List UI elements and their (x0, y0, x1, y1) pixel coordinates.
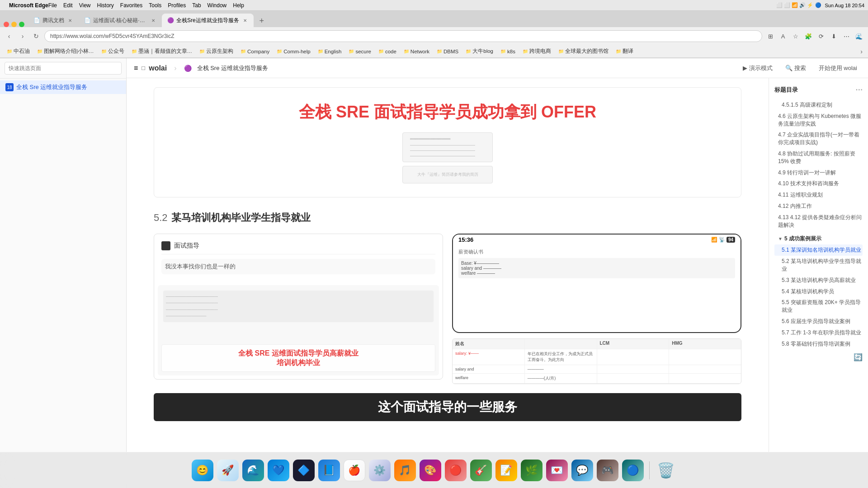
menu-tab[interactable]: Tab (192, 2, 201, 9)
bookmarks-more[interactable]: › (859, 48, 864, 55)
bookmark-english[interactable]: English (315, 47, 345, 56)
toc-section-5[interactable]: ▼ 5 成功案例展示 (774, 232, 863, 244)
address-bar[interactable]: https://www.wolai.com/wF5D5cvr4SYAmE3NGr… (44, 30, 762, 42)
back-button[interactable]: ‹ (4, 31, 14, 42)
bookmark-dbms[interactable]: DBMS (434, 47, 462, 56)
toc-item-411[interactable]: 4.11 运维职业规划 (774, 189, 863, 201)
tab3-close[interactable]: ✕ (242, 17, 248, 23)
bookmark-code[interactable]: code (375, 47, 400, 56)
bookmark-wangluo[interactable]: 图解网络介绍|小林… (34, 47, 97, 56)
toc-more[interactable]: ⋯ (855, 85, 863, 94)
bookmark-zhongshy[interactable]: 中石油 (4, 47, 33, 56)
toc-item-53[interactable]: 5.3 某达培训机构学员高薪就业 (774, 275, 863, 286)
dock-app16[interactable]: 💬 (571, 460, 593, 481)
menu-edit[interactable]: Edit (63, 2, 73, 9)
tab1-close[interactable]: ✕ (67, 17, 73, 23)
dock-app17[interactable]: 🎮 (597, 460, 618, 481)
sidebar-search-input[interactable] (5, 62, 122, 75)
toc-item-54[interactable]: 5.4 某核培训机构学员 (774, 286, 863, 297)
dock-app14[interactable]: 🌿 (521, 460, 542, 481)
search-button[interactable]: 🔍 搜索 (782, 62, 810, 74)
toc-item-413[interactable]: 4.13 4.12 提供各类疑难杂症分析问题解决 (774, 212, 863, 231)
dock-app12[interactable]: 🎸 (470, 460, 492, 481)
bookmark-blog[interactable]: 大牛blog (462, 47, 496, 56)
toc-item-412[interactable]: 4.12 内推工作 (774, 201, 863, 212)
bookmark-mohan[interactable]: 墨涵｜看颠值的文章… (128, 47, 196, 56)
toc-item-51[interactable]: 5.1 某深训知名培训机构学员就业 (774, 244, 863, 256)
immersive-reader-button[interactable]: A (778, 31, 788, 42)
toc-item-49[interactable]: 4.9 转行培训一对一讲解 (774, 167, 863, 178)
toc-item-48[interactable]: 4.8 协助过试用期服务: 按照薪资 15% 收费 (774, 148, 863, 167)
bookmark-translate[interactable]: 翻译 (613, 47, 637, 56)
dock-app13[interactable]: 📝 (495, 460, 517, 481)
menu-view[interactable]: View (79, 2, 91, 9)
menu-window[interactable]: Window (208, 2, 227, 9)
menu-file[interactable]: File (48, 2, 57, 9)
menu-toggle[interactable]: ≡ (134, 64, 138, 72)
toc-item-410[interactable]: 4.10 技术支持和咨询服务 (774, 178, 863, 189)
settings-button[interactable]: ⋯ (841, 31, 852, 42)
bookmark-company[interactable]: Company (237, 47, 273, 56)
dock-app18[interactable]: 🔵 (622, 460, 644, 481)
menu-profiles[interactable]: Profiles (168, 2, 186, 9)
bookmark-secure[interactable]: secure (345, 47, 374, 56)
forward-button[interactable]: › (17, 31, 28, 42)
bookmark-kuajing[interactable]: 跨境电商 (519, 47, 554, 56)
bookmark-k8s[interactable]: k8s (497, 47, 519, 56)
collections-button[interactable]: ⊞ (765, 31, 776, 42)
dock-vscode[interactable]: 💙 (268, 460, 289, 481)
edge-icon[interactable]: 🌊 (854, 31, 864, 42)
toc-item-57[interactable]: 5.7 工作 1-3 年在职学员指导就业 (774, 327, 863, 338)
start-wolai-button[interactable]: 开始使用 wolai (815, 62, 861, 74)
bookmark-commhelp[interactable]: Comm-help (274, 47, 313, 56)
dock-app9[interactable]: 🎵 (394, 460, 416, 481)
minimize-button[interactable] (11, 22, 17, 27)
favorites-button[interactable]: ☆ (790, 31, 801, 42)
bookmark-gongzhong[interactable]: 公众号 (98, 47, 127, 56)
menu-help[interactable]: Help (233, 2, 244, 9)
dock-app6[interactable]: 📘 (318, 460, 340, 481)
new-tab-button[interactable]: + (255, 14, 268, 27)
toc-item-46[interactable]: 4.6 云原生架构与 Kubernetes 微服务流量治理实践 (774, 111, 863, 130)
dock-app8[interactable]: ⚙️ (369, 460, 391, 481)
toc-refresh-icon[interactable]: 🔄 (854, 353, 863, 361)
toc-item-55[interactable]: 5.5 突破薪资瓶颈 20K+ 学员指导就业 (774, 297, 863, 316)
sidebar-item-main[interactable]: 18 全栈 Sre 运维就业指导服务 (0, 80, 126, 94)
tab2-close[interactable]: ✕ (150, 17, 156, 23)
sidebar-toggle[interactable]: □ (142, 65, 145, 71)
dock-launchpad[interactable]: 🚀 (217, 460, 239, 481)
toc-item-4515[interactable]: 4.5.1.5 高级课程定制 (774, 99, 863, 111)
bookmark-library[interactable]: 全球最大的图书馆 (555, 47, 612, 56)
close-button[interactable] (4, 22, 9, 27)
app-name[interactable]: Microsoft Edge (9, 2, 48, 9)
dock-edge[interactable]: 🌊 (242, 460, 264, 481)
toc-item-56[interactable]: 5.6 应届生学员指导就业案例 (774, 316, 863, 327)
refresh-button[interactable]: ⟳ (816, 31, 826, 42)
toc-item-58[interactable]: 5.8 零基础转行指导培训案例 (774, 338, 863, 350)
dock-app5[interactable]: 🔷 (293, 460, 315, 481)
bookmark-label: Comm-help (283, 49, 310, 54)
tab-3[interactable]: 🟣 全栈Sre运维就业指导服务 ✕ (162, 14, 254, 27)
present-mode-button[interactable]: ▶ 演示模式 (739, 62, 776, 74)
dock-app10[interactable]: 🎨 (420, 460, 441, 481)
maximize-button[interactable] (19, 22, 24, 27)
download-button[interactable]: ⬇ (828, 31, 839, 42)
tab-2[interactable]: 📄 运维面试·核心秘籍·述术·自我… ✕ (79, 14, 162, 27)
toc-item-47[interactable]: 4.7 企业实战项目指导(一对一带着你完成项目实战) (774, 129, 863, 148)
section-title: 某马培训机构毕业学生指导就业 (171, 211, 311, 225)
bookmark-yunsheng[interactable]: 云原生架构 (196, 47, 236, 56)
toc-item-52[interactable]: 5.2 某马培训机构毕业学生指导就业 (774, 256, 863, 275)
menu-favorites[interactable]: Favorites (120, 2, 142, 9)
tab-1[interactable]: 📄 腾讯文档 ✕ (28, 14, 79, 27)
dock-app11[interactable]: 🔴 (445, 460, 467, 481)
dock-app7[interactable]: 🍎 (344, 460, 365, 481)
dock-finder[interactable]: 😊 (192, 460, 213, 481)
extensions-button[interactable]: 🧩 (803, 31, 814, 42)
menu-tools[interactable]: Tools (149, 2, 161, 9)
reload-button[interactable]: ↻ (31, 31, 42, 42)
dock-app15[interactable]: 💌 (546, 460, 568, 481)
toc-section-5-header[interactable]: ▼ 5 成功案例展示 (778, 235, 863, 243)
dock-trash[interactable]: 🗑️ (655, 460, 677, 481)
menu-history[interactable]: History (97, 2, 114, 9)
bookmark-network[interactable]: Network (401, 47, 433, 56)
